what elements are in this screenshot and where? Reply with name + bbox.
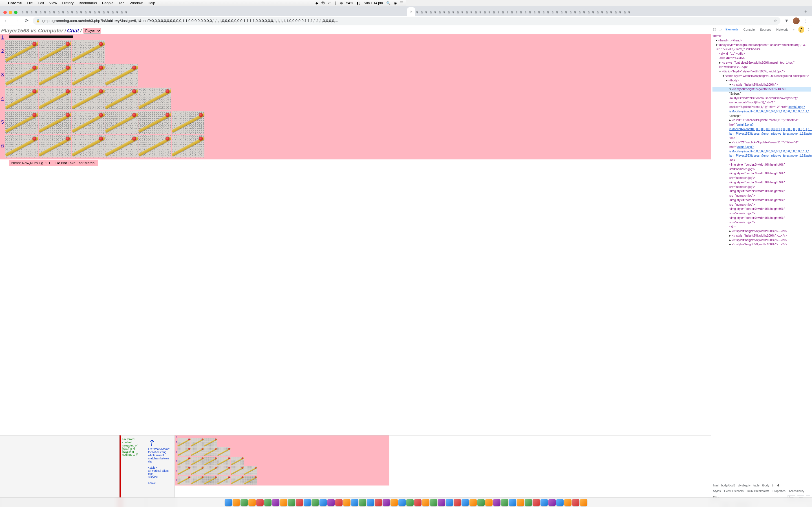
menu-window[interactable]: Window bbox=[130, 1, 142, 5]
row-1-bar bbox=[9, 36, 73, 38]
status-icon[interactable]: ◆ bbox=[315, 1, 318, 5]
background-tab[interactable]: ⎘ bbox=[52, 8, 56, 16]
match-stick[interactable] bbox=[105, 87, 138, 110]
menu-people[interactable]: People bbox=[102, 1, 113, 5]
match-stick[interactable] bbox=[38, 111, 71, 134]
match-stick[interactable] bbox=[71, 40, 105, 63]
back-button[interactable]: ← bbox=[2, 17, 10, 25]
background-tab[interactable]: ⎘ bbox=[56, 8, 61, 16]
reload-button[interactable]: ⟳ bbox=[22, 17, 31, 25]
match-stick[interactable] bbox=[105, 111, 138, 134]
match-stick[interactable] bbox=[138, 135, 171, 158]
wifi-icon[interactable]: ⊕ bbox=[340, 1, 343, 5]
background-tab[interactable]: ⎘ bbox=[65, 8, 70, 16]
match-stick[interactable] bbox=[138, 87, 171, 110]
row-number-link[interactable]: 6 bbox=[1, 135, 4, 157]
background-tab[interactable]: ⎘ bbox=[79, 8, 84, 16]
background-tab[interactable]: ⎘ bbox=[43, 8, 47, 16]
airplay-icon[interactable]: ▭ bbox=[328, 1, 331, 5]
background-tab[interactable]: ⎘ bbox=[110, 8, 115, 16]
board-row: 5 bbox=[1, 111, 406, 134]
match-stick[interactable] bbox=[5, 135, 38, 158]
spotlight-icon[interactable]: 🔍 bbox=[386, 1, 391, 5]
mac-menubar: Chrome File Edit View History Bookmarks … bbox=[0, 0, 406, 6]
menu-help[interactable]: Help bbox=[148, 1, 155, 5]
match-stick[interactable] bbox=[38, 40, 71, 63]
row-number-link[interactable]: 2 bbox=[1, 40, 4, 62]
match-stick[interactable] bbox=[71, 111, 105, 134]
board-row: 4 bbox=[1, 87, 406, 110]
match-stick[interactable] bbox=[5, 87, 38, 110]
row-number-link[interactable]: 1 bbox=[1, 36, 4, 40]
board-row: 1 bbox=[1, 36, 406, 40]
background-tab[interactable]: ⎘ bbox=[47, 8, 52, 16]
row-number-link[interactable]: 3 bbox=[1, 64, 4, 86]
browser-toolbar: ← → ⟳ 🔒 rjmprogramming.com.au/nimh3.php?… bbox=[0, 16, 406, 26]
notifications-icon[interactable]: ☰ bbox=[400, 1, 403, 5]
match-stick[interactable] bbox=[105, 64, 138, 87]
window-controls bbox=[2, 11, 20, 16]
background-tab[interactable]: ⎘ bbox=[74, 8, 79, 16]
background-tab[interactable]: ⎘ bbox=[70, 8, 74, 16]
chat-link[interactable]: Chat bbox=[67, 27, 79, 34]
match-stick[interactable] bbox=[138, 111, 171, 134]
background-tab[interactable]: ⎘ bbox=[93, 8, 97, 16]
player-select[interactable]: Player bbox=[83, 28, 101, 34]
address-bar[interactable]: 🔒 rjmprogramming.com.au/nimh3.php?isMobi… bbox=[33, 17, 406, 25]
battery-percent: 54% bbox=[346, 1, 353, 5]
match-stick[interactable] bbox=[5, 40, 38, 63]
board-row: 6 bbox=[1, 135, 406, 158]
background-tab[interactable]: ⎘ bbox=[61, 8, 65, 16]
clock[interactable]: Sun 1:14 pm bbox=[364, 1, 383, 5]
board-row: 2 bbox=[1, 40, 406, 63]
tab-strip: ⎘⎘⎘⎘⎘⎘⎘⎘⎘⎘⎘⎘⎘⎘⎘⎘⎘⎘⎘⎘⎘⎘⎘⎘ × ⎘⎘⎘⎘⎘⎘⎘⎘⎘⎘⎘⎘⎘… bbox=[0, 6, 406, 16]
menu-bookmarks[interactable]: Bookmarks bbox=[79, 1, 97, 5]
background-tab[interactable]: ⎘ bbox=[88, 8, 93, 16]
match-stick[interactable] bbox=[171, 111, 205, 134]
background-tab[interactable]: ⎘ bbox=[34, 8, 38, 16]
background-tab[interactable]: ⎘ bbox=[25, 8, 29, 16]
siri-icon[interactable]: ◉ bbox=[394, 1, 397, 5]
match-stick[interactable] bbox=[5, 64, 38, 87]
match-stick[interactable] bbox=[71, 87, 105, 110]
match-stick[interactable] bbox=[38, 87, 71, 110]
maximize-window-icon[interactable] bbox=[14, 11, 17, 14]
game-title: Player1563 vs Computer bbox=[1, 27, 63, 34]
battery-icon[interactable]: ▮▯ bbox=[356, 1, 360, 5]
row-number-link[interactable]: 4 bbox=[1, 87, 4, 110]
match-stick[interactable] bbox=[71, 135, 105, 158]
background-tab[interactable]: ⎘ bbox=[119, 8, 124, 16]
game-header: Player1563 vs Computer/ Chat/ Player bbox=[0, 26, 406, 34]
minimize-window-icon[interactable] bbox=[9, 11, 12, 14]
lock-icon: 🔒 bbox=[36, 19, 40, 22]
match-stick[interactable] bbox=[71, 64, 105, 87]
background-tab[interactable]: ⎘ bbox=[97, 8, 101, 16]
background-tab[interactable]: ⎘ bbox=[115, 8, 119, 16]
menu-edit[interactable]: Edit bbox=[38, 1, 44, 5]
board-row: 3 bbox=[1, 64, 406, 87]
menu-tab[interactable]: Tab bbox=[118, 1, 124, 5]
match-stick[interactable] bbox=[5, 111, 38, 134]
background-tab[interactable]: ⎘ bbox=[106, 8, 110, 16]
match-stick[interactable] bbox=[38, 135, 71, 158]
background-tab[interactable]: ⎘ bbox=[124, 8, 129, 16]
background-tab[interactable]: ⎘ bbox=[29, 8, 34, 16]
row-number-link[interactable]: 5 bbox=[1, 111, 4, 133]
instruction-text: Nimh: Row,Num Eg. 2,1 ... Do Not Take La… bbox=[9, 160, 98, 166]
match-stick[interactable] bbox=[105, 135, 138, 158]
background-tab[interactable]: ⎘ bbox=[84, 8, 88, 16]
app-name[interactable]: Chrome bbox=[8, 1, 22, 5]
bluetooth-icon[interactable]: ᛒ bbox=[335, 1, 337, 5]
background-tab[interactable]: ⎘ bbox=[101, 8, 106, 16]
forward-button[interactable]: → bbox=[12, 17, 20, 25]
menu-view[interactable]: View bbox=[49, 1, 57, 5]
match-stick[interactable] bbox=[38, 64, 71, 87]
status-icon[interactable]: Ⓜ bbox=[321, 1, 325, 5]
page-content: Player1563 vs Computer/ Chat/ Player 123… bbox=[0, 26, 406, 253]
match-stick[interactable] bbox=[171, 135, 205, 158]
close-window-icon[interactable] bbox=[3, 11, 7, 14]
background-tab[interactable]: ⎘ bbox=[38, 8, 43, 16]
menu-file[interactable]: File bbox=[27, 1, 33, 5]
menu-history[interactable]: History bbox=[62, 1, 73, 5]
background-tab[interactable]: ⎘ bbox=[20, 8, 25, 16]
